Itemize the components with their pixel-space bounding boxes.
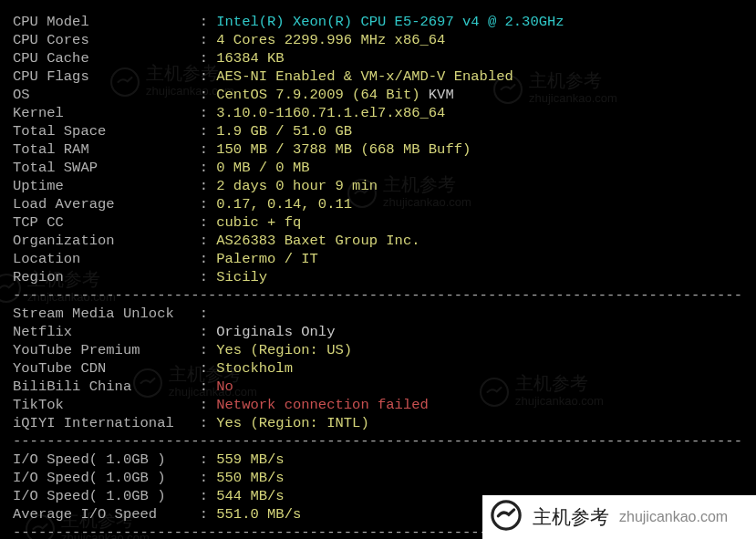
row-label: Region [13, 269, 200, 285]
row-separator: : [200, 269, 217, 285]
row-value-extra: KVM [420, 87, 454, 103]
row-label: Load Average [13, 196, 200, 212]
info-row: Location : Palermo / IT [13, 250, 743, 268]
info-row: CPU Cache : 16384 KB [13, 49, 743, 67]
row-label: I/O Speed( 1.0GB ) [13, 470, 200, 486]
row-label: Total SWAP [13, 160, 200, 176]
info-row: Total RAM : 150 MB / 3788 MB (668 MB Buf… [13, 140, 743, 159]
row-value: AES-NI Enabled & VM-x/AMD-V Enabled [216, 68, 513, 85]
banner-cn-text: 主机参考 [533, 508, 609, 526]
attribution-banner: 主机参考 zhujicankao.com [482, 495, 756, 539]
row-separator: : [200, 342, 217, 358]
info-row: Region : Sicily [13, 268, 743, 286]
row-label: CPU Cores [13, 32, 200, 48]
row-label: Total Space [13, 123, 200, 140]
row-separator: : [200, 306, 217, 322]
row-separator: : [200, 196, 217, 212]
row-separator: : [200, 141, 217, 158]
info-row: I/O Speed( 1.0GB ) : 550 MB/s [13, 469, 743, 487]
info-row: CPU Flags : AES-NI Enabled & VM-x/AMD-V … [13, 67, 743, 86]
row-separator: : [200, 378, 217, 395]
info-row: Netflix : Originals Only [13, 323, 743, 341]
row-separator: : [200, 14, 217, 30]
section-divider: ----------------------------------------… [13, 286, 743, 305]
row-label: I/O Speed( 1.0GB ) [13, 451, 200, 468]
info-row: BiliBili China : No [13, 378, 743, 396]
info-row: YouTube Premium : Yes (Region: US) [13, 341, 743, 359]
row-value: 150 MB / 3788 MB (668 MB Buff) [216, 141, 471, 158]
row-separator: : [200, 178, 217, 194]
row-value: 1.9 GB / 51.0 GB [216, 123, 352, 140]
row-separator: : [200, 105, 217, 121]
row-label: Kernel [13, 105, 200, 121]
row-separator: : [200, 324, 217, 340]
row-label: Location [13, 251, 200, 267]
row-label: CPU Model [13, 14, 200, 30]
info-row: TCP CC : cubic + fq [13, 213, 743, 232]
row-separator: : [200, 506, 217, 523]
row-separator: : [200, 397, 217, 413]
row-label: Netflix [13, 324, 200, 340]
row-value: 16384 KB [216, 50, 284, 67]
row-value: Originals Only [216, 324, 335, 340]
info-row: Total Space : 1.9 GB / 51.0 GB [13, 122, 743, 140]
row-separator: : [200, 32, 217, 48]
info-row: CPU Model : Intel(R) Xeon(R) CPU E5-2697… [13, 13, 743, 31]
info-row: CPU Cores : 4 Cores 2299.996 MHz x86_64 [13, 31, 743, 49]
row-label: Average I/O Speed [13, 506, 200, 523]
info-row: I/O Speed( 1.0GB ) : 559 MB/s [13, 451, 743, 469]
row-value: 4 Cores 2299.996 MHz x86_64 [216, 32, 445, 48]
info-row: iQIYI International : Yes (Region: INTL) [13, 414, 743, 432]
row-value: Palermo / IT [216, 251, 318, 267]
row-value: 2 days 0 hour 9 min [216, 178, 378, 194]
row-value: 551.0 MB/s [216, 506, 301, 523]
row-value: cubic + fq [216, 214, 301, 231]
row-value: 0.17, 0.14, 0.11 [216, 196, 352, 212]
svg-point-7 [492, 501, 520, 528]
info-row: TikTok : Network connection failed [13, 396, 743, 414]
row-label: YouTube CDN [13, 360, 200, 377]
row-value: 559 MB/s [216, 451, 284, 468]
row-separator: : [200, 488, 217, 504]
info-row: Stream Media Unlock : [13, 305, 743, 323]
row-label: iQIYI International [13, 415, 200, 431]
info-row: Kernel : 3.10.0-1160.71.1.el7.x86_64 [13, 104, 743, 122]
row-value: Yes (Region: US) [216, 342, 352, 358]
row-separator: : [200, 233, 217, 249]
row-label: TCP CC [13, 214, 200, 231]
info-row: OS : CentOS 7.9.2009 (64 Bit) KVM [13, 86, 743, 104]
row-label: CPU Flags [13, 68, 200, 85]
banner-url-text: zhujicankao.com [619, 508, 728, 526]
row-separator: : [200, 360, 217, 377]
row-separator: : [200, 451, 217, 468]
row-label: I/O Speed( 1.0GB ) [13, 488, 200, 504]
row-value: No [216, 378, 233, 395]
row-value: Stockholm [216, 360, 293, 377]
row-label: CPU Cache [13, 50, 200, 67]
row-separator: : [200, 123, 217, 140]
info-row: YouTube CDN : Stockholm [13, 359, 743, 378]
row-value: Yes (Region: INTL) [216, 415, 368, 431]
row-label: YouTube Premium [13, 342, 200, 358]
row-value: CentOS 7.9.2009 (64 Bit) [216, 87, 419, 103]
row-label: BiliBili China [13, 378, 200, 395]
row-separator: : [200, 470, 217, 486]
row-label: Uptime [13, 178, 200, 194]
info-row: Organization : AS26383 Baxet Group Inc. [13, 232, 743, 250]
row-separator: : [200, 50, 217, 67]
row-label: Organization [13, 233, 200, 249]
row-value: 550 MB/s [216, 470, 284, 486]
row-label: TikTok [13, 397, 200, 413]
row-separator: : [200, 68, 217, 85]
info-row: Uptime : 2 days 0 hour 9 min [13, 177, 743, 195]
row-value: 0 MB / 0 MB [216, 160, 309, 176]
row-value: Intel(R) Xeon(R) CPU E5-2697 v4 @ 2.30GH… [216, 14, 564, 30]
row-label: OS [13, 87, 200, 103]
row-label: Total RAM [13, 141, 200, 158]
row-separator: : [200, 160, 217, 176]
row-value: Sicily [216, 269, 267, 285]
info-row: Load Average : 0.17, 0.14, 0.11 [13, 195, 743, 213]
row-separator: : [200, 214, 217, 231]
row-value: AS26383 Baxet Group Inc. [216, 233, 419, 249]
row-value: 3.10.0-1160.71.1.el7.x86_64 [216, 105, 445, 121]
